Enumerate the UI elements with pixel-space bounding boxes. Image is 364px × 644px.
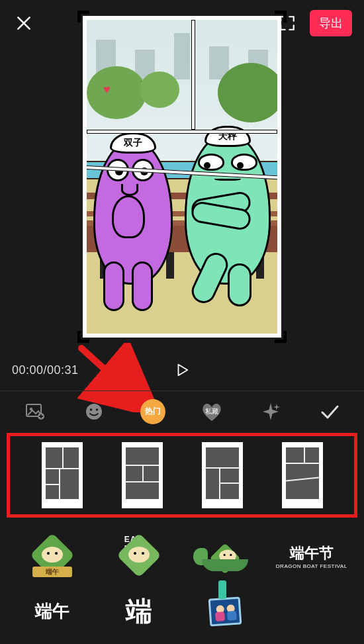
- playback-time: 00:00/00:31: [12, 363, 79, 377]
- crop-handle-br[interactable]: [275, 331, 287, 343]
- heart-icon: ♥: [103, 83, 111, 97]
- favorite-label: 私藏: [205, 407, 218, 416]
- crop-handle-tr[interactable]: [275, 11, 287, 23]
- calli-big-text: 端: [126, 598, 152, 625]
- sticker-zongzi-banner[interactable]: 端午: [17, 530, 88, 582]
- sticker-grid: 端午 EAT ME 端午节 DRAGON BOAT FESTIVAL 端午 端: [0, 520, 364, 644]
- comic-template-row: [7, 433, 357, 518]
- hot-badge: 热门: [140, 399, 165, 424]
- calli-small-text: 端午: [35, 603, 69, 620]
- sticker-dragon-boat[interactable]: [189, 530, 261, 582]
- sticker-banner-text: 端午: [32, 567, 72, 577]
- emoji-icon: [83, 401, 105, 422]
- comic-template-2[interactable]: [122, 442, 163, 508]
- crop-handle-tl[interactable]: [77, 11, 89, 23]
- left-hat-label: 双子: [110, 132, 156, 154]
- dbf-cn-text: 端午节: [276, 543, 347, 563]
- sticker-empty[interactable]: [276, 586, 347, 637]
- right-hat-label: 天秤: [205, 126, 251, 147]
- close-button[interactable]: [12, 11, 36, 35]
- crop-handle-bl[interactable]: [77, 331, 89, 343]
- category-effects-button[interactable]: [255, 396, 287, 428]
- category-image-button[interactable]: [19, 396, 51, 428]
- check-icon: [319, 401, 340, 422]
- confirm-button[interactable]: [314, 396, 345, 428]
- category-favorite-button[interactable]: 私藏: [196, 396, 228, 428]
- sticker-calligraphy-small[interactable]: 端午: [17, 586, 88, 637]
- comic-template-1[interactable]: [42, 442, 83, 508]
- close-icon: [15, 15, 32, 32]
- sparkle-icon: [260, 401, 281, 422]
- sticker-calligraphy-large[interactable]: 端: [103, 586, 175, 637]
- export-button[interactable]: 导出: [310, 10, 352, 36]
- sticker-zongzi-eatme[interactable]: EAT ME: [103, 530, 175, 582]
- play-icon: [175, 363, 189, 377]
- sticker-category-row: 热门 私藏: [0, 391, 364, 432]
- preview-content: ♥ 双子 天秤: [87, 20, 277, 334]
- dbf-en-text: DRAGON BOAT FESTIVAL: [276, 563, 347, 569]
- preview-frame: ♥ 双子 天秤: [83, 16, 281, 338]
- topbar-right: 导出: [277, 10, 352, 36]
- category-hot-button[interactable]: 热门: [137, 396, 169, 428]
- svg-point-5: [95, 408, 98, 411]
- svg-point-3: [86, 404, 102, 420]
- category-emoji-button[interactable]: [78, 396, 110, 428]
- image-add-icon: [24, 401, 46, 422]
- play-button[interactable]: [169, 357, 195, 383]
- video-preview[interactable]: ♥ 双子 天秤: [83, 16, 281, 338]
- time-current: 00:00: [12, 363, 44, 377]
- sticker-photo-couple[interactable]: [189, 586, 261, 637]
- sticker-dbf-title[interactable]: 端午节 DRAGON BOAT FESTIVAL: [276, 530, 347, 582]
- time-total: 00:31: [47, 363, 79, 377]
- playback-row: 00:00/00:31: [0, 353, 364, 387]
- svg-point-4: [89, 408, 92, 411]
- comic-template-4[interactable]: [282, 442, 323, 508]
- character-right: 天秤: [171, 106, 277, 311]
- comic-template-3[interactable]: [202, 442, 243, 508]
